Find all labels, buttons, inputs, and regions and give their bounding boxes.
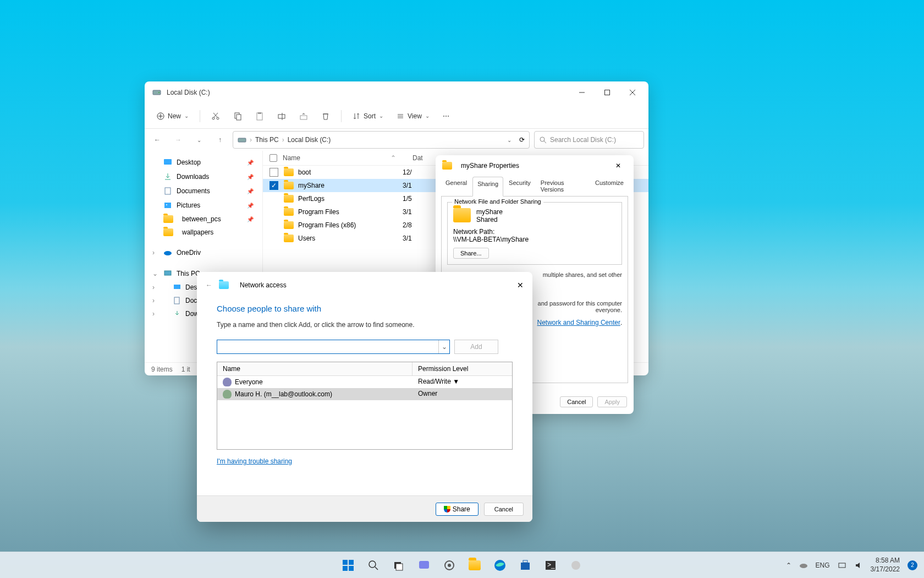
onedrive-tray-icon[interactable] xyxy=(799,561,808,570)
table-row[interactable]: Mauro H. (m__lab@outlook.com) Owner xyxy=(217,388,512,400)
sidebar-item-onedrive[interactable]: OneDriv xyxy=(147,246,260,260)
settings-icon xyxy=(443,559,455,571)
back-button[interactable]: ← xyxy=(149,132,166,148)
search-button[interactable] xyxy=(362,554,384,576)
search-input[interactable]: Search Local Disk (C:) xyxy=(534,131,644,149)
column-name[interactable]: Name xyxy=(217,362,413,375)
properties-titlebar[interactable]: myShare Properties ✕ xyxy=(436,155,634,176)
tab-previous-versions[interactable]: Previous Versions xyxy=(536,176,590,196)
search-placeholder: Search Local Disk (C:) xyxy=(550,136,616,144)
taskbar-edge[interactable] xyxy=(489,554,511,576)
taskbar-explorer[interactable] xyxy=(464,554,486,576)
dropdown-button[interactable]: ⌄ xyxy=(438,340,449,353)
permission-value[interactable]: Read/Write xyxy=(418,378,451,385)
clock[interactable]: 8:58 AM 3/17/2022 xyxy=(871,557,900,574)
language-indicator[interactable]: ENG xyxy=(816,561,830,569)
titlebar[interactable]: Local Disk (C:) xyxy=(145,81,648,103)
copy-button[interactable] xyxy=(228,108,248,124)
pin-icon: 📌 xyxy=(247,174,254,180)
svg-point-1 xyxy=(158,92,160,93)
svg-rect-38 xyxy=(349,566,354,571)
table-row[interactable]: Everyone Read/Write ▼ xyxy=(217,376,512,388)
tab-sharing[interactable]: Sharing xyxy=(472,177,503,197)
apply-button[interactable]: Apply xyxy=(597,396,627,407)
sidebar-item-downloads[interactable]: Downloads📌 xyxy=(147,170,260,184)
sidebar-item-pictures[interactable]: Pictures📌 xyxy=(147,198,260,212)
rename-icon xyxy=(277,112,286,121)
svg-rect-28 xyxy=(165,188,170,194)
dropdown-icon[interactable]: ▼ xyxy=(453,378,459,385)
column-permission[interactable]: Permission Level xyxy=(413,362,474,375)
delete-button[interactable] xyxy=(316,108,336,124)
chevron-down-icon[interactable]: ⌄ xyxy=(507,137,512,143)
taskbar: >_ ⌃ ENG 8:58 AM 3/17/2022 2 xyxy=(0,552,924,578)
sort-button[interactable]: Sort ⌄ xyxy=(347,109,389,123)
share-button[interactable]: Share xyxy=(436,503,479,516)
status-selected: 1 it xyxy=(182,366,190,373)
help-link[interactable]: I'm having trouble sharing xyxy=(217,457,292,465)
folder-status: Shared xyxy=(476,216,503,223)
sidebar-item-desktop[interactable]: Desktop📌 xyxy=(147,155,260,170)
volume-icon[interactable] xyxy=(854,561,863,570)
refresh-button[interactable]: ⟳ xyxy=(519,136,525,144)
taskbar-store[interactable] xyxy=(514,554,536,576)
back-button[interactable]: ← xyxy=(206,281,212,289)
close-button[interactable] xyxy=(620,81,645,103)
address-bar[interactable]: › This PC › Local Disk (C:) ⌄ ⟳ xyxy=(233,131,530,149)
maximize-button[interactable] xyxy=(595,81,620,103)
paste-button[interactable] xyxy=(250,108,270,124)
taskbar-app[interactable] xyxy=(565,554,587,576)
chevron-down-icon: ⌄ xyxy=(425,113,430,119)
cancel-button[interactable]: Cancel xyxy=(560,396,593,407)
sidebar-item-between-pcs[interactable]: between_pcs📌 xyxy=(147,212,260,226)
tray-chevron-icon[interactable]: ⌃ xyxy=(786,561,791,569)
add-button[interactable]: Add xyxy=(454,340,498,354)
svg-line-11 xyxy=(214,113,218,117)
tab-general[interactable]: General xyxy=(441,176,471,196)
share-button[interactable] xyxy=(294,108,314,124)
taskbar-app[interactable] xyxy=(413,554,435,576)
new-button[interactable]: New ⌄ xyxy=(151,109,194,123)
taskbar-app[interactable] xyxy=(438,554,460,576)
forward-button[interactable]: → xyxy=(170,132,186,148)
svg-rect-27 xyxy=(164,159,172,165)
chevron-down-icon[interactable]: ⌄ xyxy=(191,132,207,148)
more-button[interactable]: ⋯ xyxy=(437,109,455,123)
taskview-button[interactable] xyxy=(388,554,410,576)
start-button[interactable] xyxy=(337,554,359,576)
rename-button[interactable] xyxy=(272,108,292,124)
taskbar-terminal[interactable]: >_ xyxy=(540,554,562,576)
svg-rect-24 xyxy=(238,138,246,142)
cancel-button[interactable]: Cancel xyxy=(484,503,524,516)
close-button[interactable]: ✕ xyxy=(609,162,627,170)
view-label: View xyxy=(408,112,422,120)
sidebar-item-documents[interactable]: Documents📌 xyxy=(147,184,260,198)
toolbar: New ⌄ Sort ⌄ View ⌄ ⋯ xyxy=(145,103,648,129)
close-button[interactable]: ✕ xyxy=(517,281,524,290)
search-icon xyxy=(539,136,547,144)
permissions-table: Name Permission Level Everyone Read/Writ… xyxy=(217,362,513,450)
breadcrumb-item[interactable]: This PC xyxy=(255,136,279,144)
tab-security[interactable]: Security xyxy=(504,176,535,196)
svg-rect-32 xyxy=(164,271,171,275)
network-sharing-center-link[interactable]: Network and Sharing Center xyxy=(537,319,620,326)
pictures-icon xyxy=(163,201,172,210)
tab-customize[interactable]: Customize xyxy=(591,176,628,196)
select-all-checkbox[interactable] xyxy=(270,154,277,162)
ellipsis-icon: ⋯ xyxy=(443,112,449,120)
minimize-button[interactable] xyxy=(569,81,595,103)
up-button[interactable]: ↑ xyxy=(212,132,228,148)
system-tray: ⌃ ENG 8:58 AM 3/17/2022 2 xyxy=(779,557,924,574)
checkbox[interactable] xyxy=(270,168,278,177)
notification-badge[interactable]: 2 xyxy=(908,560,917,570)
share-button[interactable]: Share... xyxy=(453,248,489,259)
view-button[interactable]: View ⌄ xyxy=(391,109,435,123)
breadcrumb-item[interactable]: Local Disk (C:) xyxy=(288,136,331,144)
cut-button[interactable] xyxy=(206,108,226,124)
network-icon[interactable] xyxy=(838,561,846,570)
sidebar-item-wallpapers[interactable]: wallpapers xyxy=(147,226,260,239)
name-input[interactable]: ⌄ xyxy=(217,340,450,354)
checkbox[interactable]: ✓ xyxy=(270,181,278,190)
tabs: General Sharing Security Previous Versio… xyxy=(436,176,634,196)
folder-icon xyxy=(442,162,452,170)
